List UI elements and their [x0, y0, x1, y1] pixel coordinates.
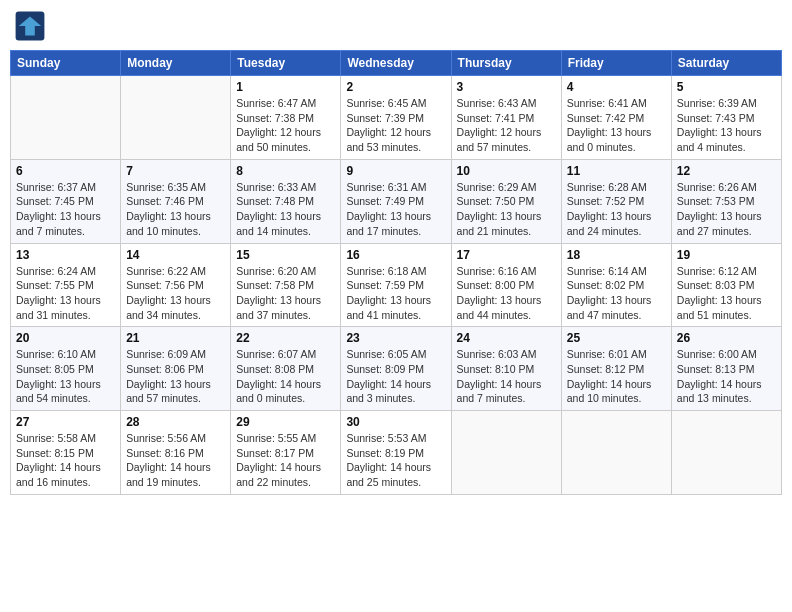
day-detail: Sunrise: 6:45 AMSunset: 7:39 PMDaylight:…: [346, 96, 445, 155]
day-detail: Sunrise: 6:39 AMSunset: 7:43 PMDaylight:…: [677, 96, 776, 155]
day-detail: Sunrise: 6:22 AMSunset: 7:56 PMDaylight:…: [126, 264, 225, 323]
day-number: 30: [346, 415, 445, 429]
day-number: 1: [236, 80, 335, 94]
day-number: 19: [677, 248, 776, 262]
calendar-cell: [11, 76, 121, 160]
day-number: 2: [346, 80, 445, 94]
calendar-cell: 14Sunrise: 6:22 AMSunset: 7:56 PMDayligh…: [121, 243, 231, 327]
day-number: 21: [126, 331, 225, 345]
calendar-cell: 2Sunrise: 6:45 AMSunset: 7:39 PMDaylight…: [341, 76, 451, 160]
calendar-cell: 12Sunrise: 6:26 AMSunset: 7:53 PMDayligh…: [671, 159, 781, 243]
calendar-cell: [561, 411, 671, 495]
calendar-cell: 1Sunrise: 6:47 AMSunset: 7:38 PMDaylight…: [231, 76, 341, 160]
day-detail: Sunrise: 6:37 AMSunset: 7:45 PMDaylight:…: [16, 180, 115, 239]
day-header: Monday: [121, 51, 231, 76]
calendar-cell: 11Sunrise: 6:28 AMSunset: 7:52 PMDayligh…: [561, 159, 671, 243]
day-detail: Sunrise: 6:47 AMSunset: 7:38 PMDaylight:…: [236, 96, 335, 155]
calendar-cell: 10Sunrise: 6:29 AMSunset: 7:50 PMDayligh…: [451, 159, 561, 243]
calendar-cell: [121, 76, 231, 160]
calendar-week-row: 1Sunrise: 6:47 AMSunset: 7:38 PMDaylight…: [11, 76, 782, 160]
calendar-cell: 23Sunrise: 6:05 AMSunset: 8:09 PMDayligh…: [341, 327, 451, 411]
day-number: 14: [126, 248, 225, 262]
calendar-cell: 28Sunrise: 5:56 AMSunset: 8:16 PMDayligh…: [121, 411, 231, 495]
day-number: 9: [346, 164, 445, 178]
day-detail: Sunrise: 6:28 AMSunset: 7:52 PMDaylight:…: [567, 180, 666, 239]
day-detail: Sunrise: 6:35 AMSunset: 7:46 PMDaylight:…: [126, 180, 225, 239]
day-detail: Sunrise: 6:05 AMSunset: 8:09 PMDaylight:…: [346, 347, 445, 406]
calendar-cell: 21Sunrise: 6:09 AMSunset: 8:06 PMDayligh…: [121, 327, 231, 411]
logo: [14, 10, 50, 42]
day-detail: Sunrise: 5:58 AMSunset: 8:15 PMDaylight:…: [16, 431, 115, 490]
day-number: 12: [677, 164, 776, 178]
day-number: 5: [677, 80, 776, 94]
day-detail: Sunrise: 5:53 AMSunset: 8:19 PMDaylight:…: [346, 431, 445, 490]
calendar-cell: 4Sunrise: 6:41 AMSunset: 7:42 PMDaylight…: [561, 76, 671, 160]
day-detail: Sunrise: 6:31 AMSunset: 7:49 PMDaylight:…: [346, 180, 445, 239]
calendar-week-row: 13Sunrise: 6:24 AMSunset: 7:55 PMDayligh…: [11, 243, 782, 327]
calendar-cell: 27Sunrise: 5:58 AMSunset: 8:15 PMDayligh…: [11, 411, 121, 495]
calendar-cell: 24Sunrise: 6:03 AMSunset: 8:10 PMDayligh…: [451, 327, 561, 411]
calendar-cell: 30Sunrise: 5:53 AMSunset: 8:19 PMDayligh…: [341, 411, 451, 495]
calendar-cell: 22Sunrise: 6:07 AMSunset: 8:08 PMDayligh…: [231, 327, 341, 411]
day-number: 3: [457, 80, 556, 94]
day-detail: Sunrise: 6:07 AMSunset: 8:08 PMDaylight:…: [236, 347, 335, 406]
day-detail: Sunrise: 5:55 AMSunset: 8:17 PMDaylight:…: [236, 431, 335, 490]
calendar-cell: 19Sunrise: 6:12 AMSunset: 8:03 PMDayligh…: [671, 243, 781, 327]
day-number: 24: [457, 331, 556, 345]
day-detail: Sunrise: 6:16 AMSunset: 8:00 PMDaylight:…: [457, 264, 556, 323]
day-number: 27: [16, 415, 115, 429]
day-number: 15: [236, 248, 335, 262]
day-detail: Sunrise: 6:18 AMSunset: 7:59 PMDaylight:…: [346, 264, 445, 323]
calendar-cell: 15Sunrise: 6:20 AMSunset: 7:58 PMDayligh…: [231, 243, 341, 327]
day-detail: Sunrise: 6:12 AMSunset: 8:03 PMDaylight:…: [677, 264, 776, 323]
day-number: 10: [457, 164, 556, 178]
calendar-week-row: 20Sunrise: 6:10 AMSunset: 8:05 PMDayligh…: [11, 327, 782, 411]
calendar-body: 1Sunrise: 6:47 AMSunset: 7:38 PMDaylight…: [11, 76, 782, 495]
day-detail: Sunrise: 6:10 AMSunset: 8:05 PMDaylight:…: [16, 347, 115, 406]
day-detail: Sunrise: 6:00 AMSunset: 8:13 PMDaylight:…: [677, 347, 776, 406]
day-number: 7: [126, 164, 225, 178]
calendar-cell: 6Sunrise: 6:37 AMSunset: 7:45 PMDaylight…: [11, 159, 121, 243]
day-header: Wednesday: [341, 51, 451, 76]
day-number: 26: [677, 331, 776, 345]
day-header: Tuesday: [231, 51, 341, 76]
calendar-cell: 9Sunrise: 6:31 AMSunset: 7:49 PMDaylight…: [341, 159, 451, 243]
calendar-cell: 13Sunrise: 6:24 AMSunset: 7:55 PMDayligh…: [11, 243, 121, 327]
day-header: Saturday: [671, 51, 781, 76]
day-number: 4: [567, 80, 666, 94]
day-number: 6: [16, 164, 115, 178]
day-detail: Sunrise: 6:20 AMSunset: 7:58 PMDaylight:…: [236, 264, 335, 323]
calendar-cell: 17Sunrise: 6:16 AMSunset: 8:00 PMDayligh…: [451, 243, 561, 327]
page-header: [10, 10, 782, 42]
day-number: 8: [236, 164, 335, 178]
calendar-cell: 20Sunrise: 6:10 AMSunset: 8:05 PMDayligh…: [11, 327, 121, 411]
day-number: 18: [567, 248, 666, 262]
day-detail: Sunrise: 6:09 AMSunset: 8:06 PMDaylight:…: [126, 347, 225, 406]
day-detail: Sunrise: 6:33 AMSunset: 7:48 PMDaylight:…: [236, 180, 335, 239]
day-detail: Sunrise: 6:26 AMSunset: 7:53 PMDaylight:…: [677, 180, 776, 239]
day-number: 29: [236, 415, 335, 429]
day-number: 22: [236, 331, 335, 345]
day-number: 16: [346, 248, 445, 262]
calendar-week-row: 6Sunrise: 6:37 AMSunset: 7:45 PMDaylight…: [11, 159, 782, 243]
day-number: 11: [567, 164, 666, 178]
calendar-cell: 29Sunrise: 5:55 AMSunset: 8:17 PMDayligh…: [231, 411, 341, 495]
day-number: 17: [457, 248, 556, 262]
calendar-cell: 3Sunrise: 6:43 AMSunset: 7:41 PMDaylight…: [451, 76, 561, 160]
day-number: 25: [567, 331, 666, 345]
day-detail: Sunrise: 6:01 AMSunset: 8:12 PMDaylight:…: [567, 347, 666, 406]
day-detail: Sunrise: 6:03 AMSunset: 8:10 PMDaylight:…: [457, 347, 556, 406]
day-header: Sunday: [11, 51, 121, 76]
day-detail: Sunrise: 6:24 AMSunset: 7:55 PMDaylight:…: [16, 264, 115, 323]
calendar-cell: 8Sunrise: 6:33 AMSunset: 7:48 PMDaylight…: [231, 159, 341, 243]
calendar-cell: 7Sunrise: 6:35 AMSunset: 7:46 PMDaylight…: [121, 159, 231, 243]
calendar-cell: [451, 411, 561, 495]
day-number: 28: [126, 415, 225, 429]
calendar-cell: 26Sunrise: 6:00 AMSunset: 8:13 PMDayligh…: [671, 327, 781, 411]
calendar: SundayMondayTuesdayWednesdayThursdayFrid…: [10, 50, 782, 495]
day-header: Friday: [561, 51, 671, 76]
calendar-week-row: 27Sunrise: 5:58 AMSunset: 8:15 PMDayligh…: [11, 411, 782, 495]
logo-icon: [14, 10, 46, 42]
day-number: 13: [16, 248, 115, 262]
day-detail: Sunrise: 5:56 AMSunset: 8:16 PMDaylight:…: [126, 431, 225, 490]
